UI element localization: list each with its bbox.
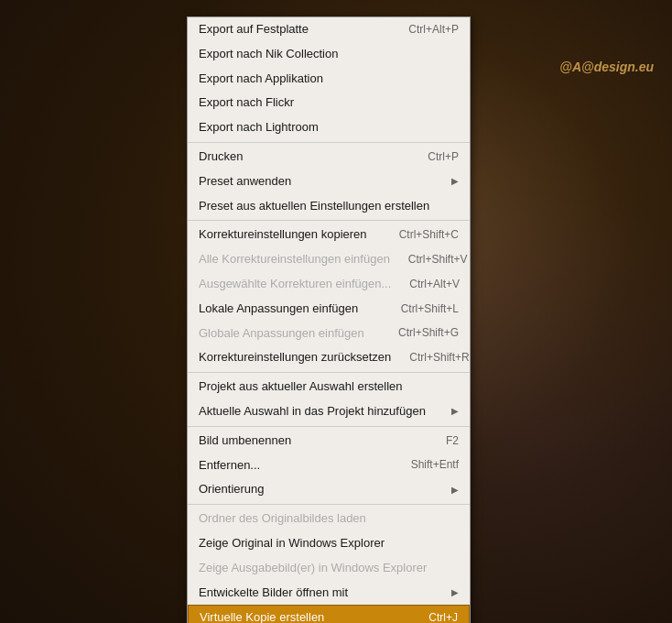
menu-item-shortcut: Ctrl+Alt+V	[409, 276, 460, 293]
submenu-arrow-icon: ▶	[451, 174, 459, 189]
menu-item-entwickelte-bilder[interactable]: Entwickelte Bilder öffnen mit▶	[188, 581, 470, 606]
menu-item-shortcut: Ctrl+Shift+G	[398, 324, 459, 342]
menu-item-shortcut: Ctrl+Shift+V	[408, 251, 468, 268]
menu-item-label: Globale Anpassungen einfügen	[199, 324, 380, 344]
menu-item-label: Zeige Original in Windows Explorer	[199, 534, 459, 553]
menu-item-shortcut: Ctrl+P	[428, 148, 459, 166]
menu-item-export-lightroom[interactable]: Export nach Lightroom	[188, 115, 470, 140]
menu-item-lokale-anpassungen[interactable]: Lokale Anpassungen einfügenCtrl+Shift+L	[188, 297, 470, 322]
context-menu: Export auf FestplatteCtrl+Alt+PExport na…	[187, 16, 471, 623]
menu-divider	[188, 142, 470, 143]
menu-item-bild-umbenennen[interactable]: Bild umbenennenF2	[188, 429, 470, 454]
menu-item-projekt-erstellen[interactable]: Projekt aus aktueller Auswahl erstellen	[188, 375, 470, 399]
menu-item-label: Ausgewählte Korrekturen einfügen...	[199, 275, 391, 294]
menu-item-label: Preset aus aktuellen Einstellungen erste…	[199, 197, 459, 216]
menu-item-entfernen[interactable]: Entfernen...Shift+Entf	[188, 454, 470, 478]
menu-item-label: Ordner des Originalbildes laden	[199, 509, 459, 529]
menu-item-label: Bild umbenennen	[199, 432, 428, 451]
menu-item-shortcut: Shift+Entf	[411, 456, 459, 474]
menu-item-label: Zeige Ausgabebild(er) in Windows Explore…	[199, 559, 459, 578]
menu-item-shortcut: Ctrl+Alt+P	[408, 21, 459, 38]
watermark: @A@design.eu	[559, 60, 654, 74]
menu-item-label: Lokale Anpassungen einfügen	[199, 300, 383, 319]
menu-item-export-applikation[interactable]: Export nach Applikation	[188, 67, 470, 92]
menu-item-label: Export nach Applikation	[199, 70, 459, 89]
menu-item-label: Korrektureinstellungen zurücksetzen	[199, 348, 391, 367]
menu-divider	[188, 372, 470, 373]
menu-item-label: Export auf Festplatte	[199, 20, 390, 39]
menu-item-zeige-original[interactable]: Zeige Original in Windows Explorer	[188, 531, 470, 556]
submenu-arrow-icon: ▶	[451, 404, 459, 419]
menu-item-preset-erstellen[interactable]: Preset aus aktuellen Einstellungen erste…	[188, 194, 470, 219]
menu-item-label: Alle Korrektureinstellungen einfügen	[199, 250, 390, 269]
menu-item-label: Virtuelle Kopie erstellen	[200, 608, 410, 623]
menu-item-label: Export nach Nik Collection	[199, 45, 459, 64]
menu-item-shortcut: Ctrl+Shift+R	[409, 349, 469, 366]
menu-item-preset-anwenden[interactable]: Preset anwenden▶	[188, 169, 470, 194]
menu-item-label: Preset anwenden	[199, 172, 447, 191]
menu-item-globale-anpassungen: Globale Anpassungen einfügenCtrl+Shift+G	[188, 322, 470, 346]
menu-item-shortcut: Ctrl+J	[428, 609, 458, 623]
menu-item-label: Export nach Flickr	[199, 93, 459, 113]
submenu-arrow-icon: ▶	[451, 585, 459, 600]
menu-item-ordner-laden: Ordner des Originalbildes laden	[188, 507, 470, 531]
menu-item-label: Korrektureinstellungen kopieren	[199, 225, 381, 245]
menu-item-export-flickr[interactable]: Export nach Flickr	[188, 91, 470, 115]
menu-divider	[188, 504, 470, 505]
menu-item-label: Entfernen...	[199, 456, 393, 475]
menu-item-label: Drucken	[199, 148, 409, 167]
menu-item-label: Entwickelte Bilder öffnen mit	[199, 584, 447, 603]
menu-item-korrektur-zuruecksetzen[interactable]: Korrektureinstellungen zurücksetzenCtrl+…	[188, 345, 470, 370]
menu-item-label: Export nach Lightroom	[199, 118, 459, 137]
menu-item-orientierung[interactable]: Orientierung▶	[188, 477, 470, 502]
menu-item-virtuelle-kopie[interactable]: Virtuelle Kopie erstellenCtrl+J	[188, 605, 470, 623]
menu-item-shortcut: F2	[446, 432, 459, 450]
menu-item-label: Aktuelle Auswahl in das Projekt hinzufüg…	[199, 402, 447, 421]
menu-item-projekt-hinzufuegen[interactable]: Aktuelle Auswahl in das Projekt hinzufüg…	[188, 399, 470, 424]
menu-item-export-nik[interactable]: Export nach Nik Collection	[188, 42, 470, 67]
menu-item-export-festplatte[interactable]: Export auf FestplatteCtrl+Alt+P	[188, 17, 470, 42]
menu-divider	[188, 426, 470, 427]
menu-item-label: Orientierung	[199, 480, 447, 499]
menu-item-label: Projekt aus aktueller Auswahl erstellen	[199, 377, 459, 397]
menu-divider	[188, 220, 470, 221]
menu-item-shortcut: Ctrl+Shift+C	[399, 226, 459, 244]
menu-item-ausgewaehlte-korrektur-einfuegen: Ausgewählte Korrekturen einfügen...Ctrl+…	[188, 272, 470, 297]
menu-item-shortcut: Ctrl+Shift+L	[401, 301, 459, 318]
menu-item-drucken[interactable]: DruckenCtrl+P	[188, 145, 470, 169]
menu-item-alle-korrektur-einfuegen: Alle Korrektureinstellungen einfügenCtrl…	[188, 247, 470, 272]
menu-item-korrektur-kopieren[interactable]: Korrektureinstellungen kopierenCtrl+Shif…	[188, 223, 470, 247]
menu-item-zeige-ausgabebild: Zeige Ausgabebild(er) in Windows Explore…	[188, 556, 470, 581]
submenu-arrow-icon: ▶	[451, 483, 459, 497]
